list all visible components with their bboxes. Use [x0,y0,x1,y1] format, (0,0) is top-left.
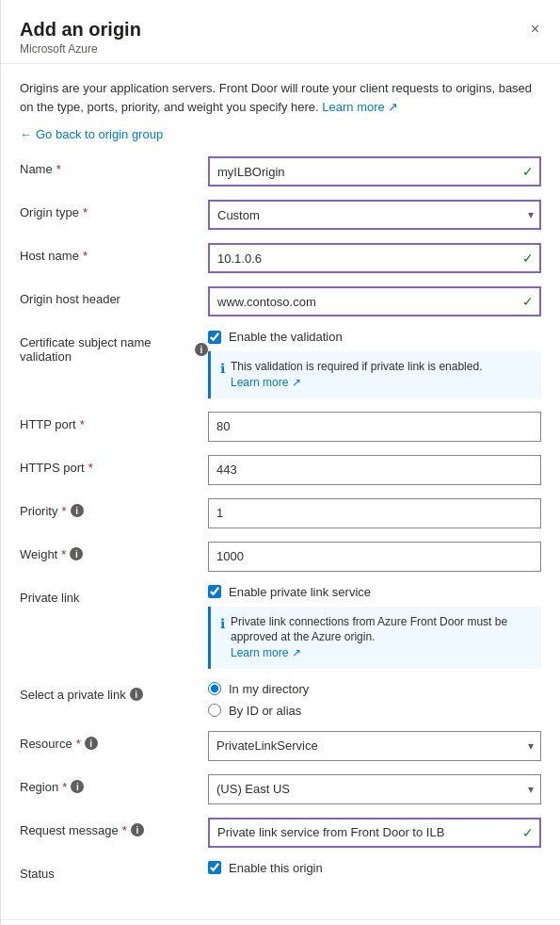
http-port-row: HTTP port * [20,412,541,442]
region-control: (US) East US ▾ [208,774,541,804]
resource-info-icon[interactable]: i [85,737,98,750]
host-name-required: * [83,249,88,263]
resource-select[interactable]: PrivateLinkService [208,731,541,761]
host-name-input[interactable] [208,243,541,273]
origin-host-header-control: ✓ [208,286,541,316]
request-message-control: ✓ [208,818,541,848]
resource-label: Resource * i [20,731,208,751]
http-port-input[interactable] [208,412,541,442]
cert-validation-info-box-icon: ℹ [220,360,225,379]
cert-validation-row: Certificate subject name validation i En… [20,330,541,398]
select-private-link-control: In my directory By ID or alias [208,682,541,718]
resource-row: Resource * i PrivateLinkService ▾ [20,731,541,761]
description-learn-more-link[interactable]: Learn more ↗ [322,100,398,114]
by-id-or-alias-radio[interactable] [208,704,221,717]
select-private-link-label: Select a private link i [20,682,208,702]
name-check-icon: ✓ [522,164,534,179]
panel-footer: Add Cancel Close [1,919,560,925]
http-port-control [208,412,541,442]
https-port-row: HTTPS port * [20,455,541,485]
region-label: Region * i [20,774,208,794]
name-label: Name * [20,156,208,176]
private-link-checkbox-label: Enable private link service [229,585,371,599]
origin-type-row: Origin type * Custom App Service Storage… [20,200,541,230]
panel-subtitle: Microsoft Azure [20,42,541,56]
weight-row: Weight * i [20,542,541,572]
http-port-required: * [80,417,85,431]
name-input[interactable] [208,156,541,187]
origin-host-header-check-icon: ✓ [522,294,534,309]
private-link-checkbox[interactable] [208,585,221,598]
private-link-learn-more-link[interactable]: Learn more ↗ [231,646,301,659]
status-row: Status Enable this origin [20,861,541,891]
cert-validation-learn-more-link[interactable]: Learn more ↗ [231,376,301,389]
add-origin-panel: Add an origin Microsoft Azure × Origins … [0,0,560,925]
request-message-row: Request message * i ✓ [20,818,541,848]
priority-control [208,498,541,528]
back-to-origin-group-link[interactable]: ← Go back to origin group [20,127,541,141]
private-link-label: Private link [20,585,208,605]
priority-input[interactable] [208,498,541,528]
private-link-info-box: ℹ Private link connections from Azure Fr… [208,607,541,669]
in-my-directory-radio[interactable] [208,682,221,695]
status-checkbox[interactable] [208,861,221,874]
host-name-check-icon: ✓ [522,251,534,266]
http-port-label: HTTP port * [20,412,208,431]
request-message-check-icon: ✓ [522,825,534,840]
weight-input[interactable] [208,542,541,572]
origin-type-required: * [83,205,88,219]
https-port-input[interactable] [208,455,541,485]
name-control: ✓ [208,156,541,187]
region-info-icon[interactable]: i [71,780,84,793]
by-id-or-alias-label: By ID or alias [229,704,301,718]
request-message-label: Request message * i [20,818,208,837]
region-select[interactable]: (US) East US [208,774,541,804]
cert-validation-checkbox[interactable] [208,331,221,344]
origin-host-header-label: Origin host header [20,286,208,306]
region-row: Region * i (US) East US ▾ [20,774,541,804]
close-button[interactable]: × [527,17,543,41]
private-link-row: Private link Enable private link service… [20,585,541,669]
weight-info-icon[interactable]: i [70,547,83,560]
cert-validation-checkbox-label: Enable the validation [229,330,343,344]
status-label: Status [20,861,208,881]
priority-required: * [61,504,66,518]
cert-validation-info-icon[interactable]: i [195,343,208,356]
https-port-label: HTTPS port * [20,455,208,475]
weight-label: Weight * i [20,542,208,561]
cert-validation-control: Enable the validation ℹ This validation … [208,330,541,398]
private-link-control: Enable private link service ℹ Private li… [208,585,541,669]
priority-label: Priority * i [20,498,208,518]
region-required: * [62,780,67,794]
request-message-info-icon[interactable]: i [131,823,144,836]
priority-info-icon[interactable]: i [71,504,84,517]
resource-control: PrivateLinkService ▾ [208,731,541,761]
https-port-required: * [88,461,93,475]
panel-body: Origins are your application servers. Fr… [1,64,560,919]
host-name-row: Host name * ✓ [20,243,541,273]
origin-type-select[interactable]: Custom App Service Storage API Managemen… [208,200,541,230]
weight-required: * [61,547,66,561]
select-private-link-row: Select a private link i In my directory … [20,682,541,718]
name-required: * [56,162,61,176]
private-link-radio-group: In my directory By ID or alias [208,682,541,718]
cert-validation-label: Certificate subject name validation i [20,330,208,364]
name-row: Name * ✓ [20,156,541,187]
https-port-control [208,455,541,485]
priority-row: Priority * i [20,498,541,528]
private-link-info-box-icon: ℹ [220,615,225,634]
origin-type-control: Custom App Service Storage API Managemen… [208,200,541,230]
origin-type-label: Origin type * [20,200,208,219]
request-message-required: * [122,823,127,837]
host-name-label: Host name * [20,243,208,263]
origin-host-header-row: Origin host header ✓ [20,286,541,316]
origin-host-header-input[interactable] [208,286,541,316]
resource-required: * [76,737,81,751]
status-checkbox-label: Enable this origin [229,861,323,875]
panel-title: Add an origin [20,19,541,41]
request-message-input[interactable] [208,818,541,848]
select-private-link-info-icon[interactable]: i [130,688,143,701]
description-text: Origins are your application servers. Fr… [20,79,541,116]
status-control: Enable this origin [208,861,541,875]
host-name-control: ✓ [208,243,541,273]
